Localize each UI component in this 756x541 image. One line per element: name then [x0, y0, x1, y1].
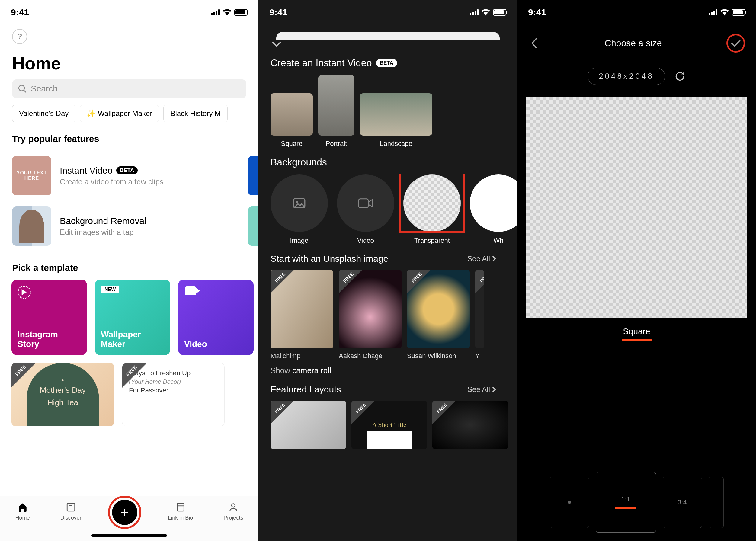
shape-label: Square	[517, 327, 756, 336]
size-input[interactable]: 2048x2048	[587, 68, 665, 85]
back-button[interactable]	[528, 37, 540, 49]
confirm-button[interactable]	[726, 34, 745, 53]
battery-icon	[493, 9, 506, 16]
chevron-down-icon	[272, 41, 282, 47]
ratio-option-1-1[interactable]: 1:1	[596, 472, 656, 533]
rotate-icon	[674, 71, 686, 82]
feature-instant-video[interactable]: YOUR TEXT HERE Instant VideoBETA Create …	[12, 151, 246, 201]
feature-peek	[248, 156, 259, 195]
unsplash-item[interactable]: FREEMailchimp	[271, 270, 333, 360]
signal-icon	[470, 9, 478, 15]
help-icon[interactable]: ?	[12, 29, 27, 44]
linkinbio-icon	[175, 501, 186, 513]
tab-projects[interactable]: Projects	[224, 501, 243, 521]
search-icon	[18, 85, 27, 93]
play-story-icon	[18, 285, 31, 299]
instant-video-row: Square Portrait Landscape	[271, 75, 517, 148]
image-icon	[292, 196, 307, 211]
template-row-2: FREE ✦Mother's DayHigh Tea FREE Ways To …	[11, 363, 259, 426]
sheet-handle[interactable]	[276, 32, 500, 40]
background-row: Image Video Transparent Wh	[271, 175, 517, 245]
beta-badge: BETA	[116, 166, 138, 175]
status-time: 9:41	[11, 7, 29, 18]
video-icon	[185, 286, 196, 295]
layout-item[interactable]: FREE	[271, 401, 346, 449]
layouts-row: FREE FREEA Short Title FREE	[271, 401, 517, 449]
bg-transparent[interactable]: Transparent	[403, 175, 461, 245]
video-shape-portrait[interactable]: Portrait	[318, 75, 355, 148]
popular-header: Try popular features	[12, 134, 259, 144]
chip-valentines[interactable]: Valentine's Day	[12, 105, 76, 122]
search-input[interactable]: Search	[12, 79, 246, 98]
svg-rect-7	[359, 199, 369, 208]
discover-icon	[65, 501, 77, 513]
tab-link-in-bio[interactable]: Link in Bio	[168, 501, 193, 521]
wifi-icon	[223, 9, 231, 16]
status-bar: 9:41	[517, 0, 756, 20]
feature-bg-removal[interactable]: Background Removal Edit images with a ta…	[12, 201, 246, 251]
bg-white[interactable]: Wh	[470, 175, 517, 245]
search-placeholder: Search	[31, 84, 58, 94]
create-sheet: 9:41 Create an Instant Video BETA Square…	[259, 0, 517, 541]
unsplash-header: Start with an Unsplash image See All	[271, 254, 505, 264]
choose-size-screen: 9:41 Choose a size 2048x2048 Square 1:1 …	[517, 0, 756, 541]
unsplash-item[interactable]: FREEY	[475, 270, 484, 360]
video-shape-landscape[interactable]: Landscape	[360, 93, 432, 148]
tab-home[interactable]: Home	[15, 501, 30, 521]
projects-icon	[228, 501, 239, 513]
svg-point-4	[232, 504, 235, 507]
template-instagram-story[interactable]: Instagram Story	[11, 279, 87, 355]
chevron-left-icon	[530, 37, 538, 49]
layouts-header: Featured Layouts See All	[271, 384, 505, 394]
create-button[interactable]	[112, 500, 137, 525]
highlight-ring	[108, 496, 141, 529]
tab-discover[interactable]: Discover	[60, 501, 82, 521]
template-header: Pick a template	[12, 263, 259, 273]
page-title: Choose a size	[604, 38, 662, 48]
feature-peek	[248, 207, 259, 246]
home-screen: 9:41 ? Home Search Valentine's Day ✨ Wal…	[0, 0, 259, 541]
see-all-button[interactable]: See All	[467, 255, 496, 263]
shape-underline	[622, 339, 652, 340]
chip-wallpaper-maker[interactable]: ✨ Wallpaper Maker	[80, 105, 159, 122]
ratio-picker: 1:1 3:4	[517, 472, 756, 533]
signal-icon	[211, 9, 220, 15]
layout-item[interactable]: FREEA Short Title	[352, 401, 427, 449]
svg-rect-2	[177, 503, 184, 511]
svg-point-6	[296, 201, 298, 203]
bg-video[interactable]: Video	[337, 175, 394, 245]
video-shape-square[interactable]: Square	[271, 93, 313, 148]
see-all-button[interactable]: See All	[467, 385, 496, 394]
ratio-option[interactable]	[550, 477, 589, 528]
rotate-button[interactable]	[674, 71, 686, 82]
feature-thumb: YOUR TEXT HERE	[12, 156, 51, 195]
beta-badge: BETA	[376, 59, 397, 67]
template-row: Instagram Story NEW Wallpaper Maker Vide…	[11, 279, 259, 355]
check-icon	[731, 39, 741, 47]
template-wallpaper-maker[interactable]: NEW Wallpaper Maker	[95, 279, 170, 355]
home-icon	[17, 501, 28, 513]
size-bar: 2048x2048	[517, 68, 756, 85]
show-camera-roll[interactable]: Show camera roll	[271, 366, 505, 375]
page-title: Home	[12, 53, 259, 73]
template-card[interactable]: FREE Ways To Freshen Up (Your Home Decor…	[122, 363, 225, 426]
home-indicator	[92, 534, 167, 537]
status-bar: 9:41	[0, 0, 259, 20]
ratio-option-3-4[interactable]: 3:4	[663, 477, 702, 528]
bg-image[interactable]: Image	[271, 175, 328, 245]
canvas-preview	[526, 97, 747, 317]
instant-video-header: Create an Instant Video BETA	[271, 57, 517, 69]
svg-rect-0	[67, 503, 75, 511]
chip-black-history[interactable]: Black History M	[163, 105, 228, 122]
template-video[interactable]: Video	[178, 279, 254, 355]
template-card[interactable]: FREE ✦Mother's DayHigh Tea	[11, 363, 114, 426]
unsplash-item[interactable]: FREEAakash Dhage	[339, 270, 401, 360]
unsplash-item[interactable]: FREESusan Wilkinson	[407, 270, 470, 360]
chip-row: Valentine's Day ✨ Wallpaper Maker Black …	[12, 105, 259, 122]
ratio-option[interactable]	[709, 477, 724, 528]
battery-icon	[234, 9, 248, 16]
status-bar: 9:41	[259, 0, 517, 20]
wifi-icon	[720, 9, 729, 16]
header: Choose a size	[517, 20, 756, 59]
layout-item[interactable]: FREE	[432, 401, 508, 449]
